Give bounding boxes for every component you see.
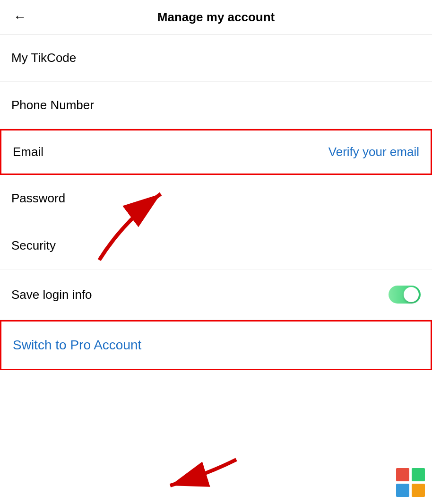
- save-login-toggle[interactable]: [389, 286, 421, 304]
- menu-item-password[interactable]: Password: [0, 175, 432, 222]
- menu-item-security[interactable]: Security: [0, 222, 432, 269]
- menu-list: My TikCode Phone Number Email Verify you…: [0, 35, 432, 370]
- security-label: Security: [11, 238, 56, 253]
- watermark-yellow: [412, 484, 425, 497]
- menu-item-phone[interactable]: Phone Number: [0, 82, 432, 129]
- back-button[interactable]: ←: [9, 9, 30, 26]
- email-label: Email: [13, 145, 43, 159]
- verify-email-link[interactable]: Verify your email: [328, 145, 419, 159]
- save-login-label: Save login info: [11, 287, 92, 302]
- menu-item-email[interactable]: Email Verify your email: [0, 129, 432, 175]
- header: ← Manage my account: [0, 0, 432, 35]
- pro-account-label[interactable]: Switch to Pro Account: [13, 338, 141, 353]
- toggle-knob: [404, 287, 419, 302]
- save-login-toggle-container: [389, 286, 421, 304]
- menu-item-save-login[interactable]: Save login info: [0, 269, 432, 320]
- annotation-arrow-pro: [161, 455, 246, 495]
- watermark-green: [412, 468, 425, 481]
- menu-item-pro-account[interactable]: Switch to Pro Account: [0, 320, 432, 370]
- phone-label: Phone Number: [11, 98, 94, 113]
- tikcode-label: My TikCode: [11, 51, 76, 65]
- password-label: Password: [11, 191, 65, 206]
- menu-item-tikcode[interactable]: My TikCode: [0, 35, 432, 82]
- page-title: Manage my account: [157, 10, 275, 25]
- watermark-red: [396, 468, 409, 481]
- watermark: [396, 468, 426, 498]
- watermark-blue: [396, 484, 409, 497]
